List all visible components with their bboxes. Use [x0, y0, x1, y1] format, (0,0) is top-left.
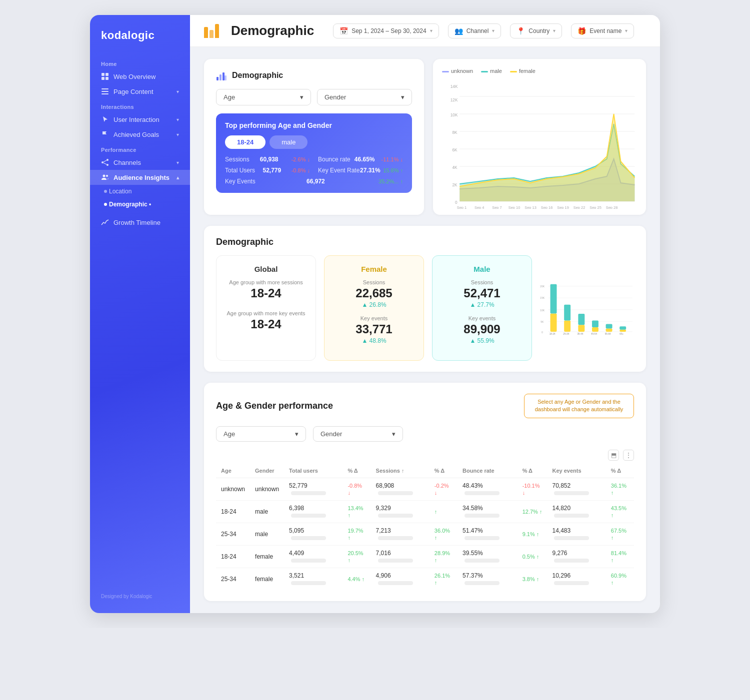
cell-key-events: 70,852: [547, 478, 606, 500]
stat-delta: 35.2%... ↑: [378, 178, 403, 184]
svg-rect-4: [102, 88, 108, 89]
svg-rect-12: [216, 77, 218, 80]
sidebar-item-page-content[interactable]: Page Content ▾: [90, 84, 190, 99]
stat-value: 60,938: [260, 156, 278, 163]
table-row: 25-34 female 3,521 4.4% ↑ 4,906 26.1% ↑ …: [216, 568, 634, 590]
top-performing-pills: 18-24 male: [225, 135, 403, 149]
page-body: Demographic Age ▾ Gender ▾ Top perfo: [190, 47, 660, 613]
sidebar-section-home: Home: [90, 56, 190, 69]
chevron-down-icon: ▾: [295, 430, 298, 438]
sidebar-sub-item-location[interactable]: Location: [90, 185, 190, 198]
cell-key-events: 14,820: [547, 500, 606, 523]
export-icon[interactable]: ⬒: [608, 450, 619, 461]
svg-rect-5: [102, 91, 108, 92]
table-gender-filter[interactable]: Gender ▾: [313, 426, 403, 442]
cell-gender: male: [250, 500, 284, 523]
country-filter-label: Country: [528, 27, 550, 34]
date-filter[interactable]: 📅 Sep 1, 2024 – Sep 30, 2024 ▾: [333, 23, 438, 38]
svg-rect-66: [620, 330, 626, 332]
stat-key-events: Key Events 66,972 35.2%... ↑: [225, 178, 403, 185]
svg-text:10K: 10K: [450, 112, 458, 117]
svg-text:2K: 2K: [452, 182, 457, 187]
svg-text:Sep 22: Sep 22: [574, 205, 586, 209]
female-title: Female: [334, 265, 414, 273]
cell-sessions: 68,908: [371, 478, 430, 500]
cell-ke-delta: 43.5% ↑: [606, 500, 634, 523]
users-icon: [101, 173, 109, 181]
sidebar-item-web-overview[interactable]: Web Overview: [90, 69, 190, 84]
table-section-header: Age & Gender performance Select any Age …: [216, 394, 634, 418]
svg-rect-2: [102, 77, 104, 80]
sidebar-sub-item-label: Demographic •: [109, 201, 151, 208]
demographic-section: Demographic Global Age group with more s…: [204, 226, 646, 372]
channel-filter-label: Channel: [466, 27, 489, 34]
cell-total-users: 6,398: [284, 500, 342, 523]
svg-rect-58: [578, 314, 584, 325]
cell-bounce: 39.55%: [458, 545, 518, 568]
chevron-icon: ▾: [625, 28, 628, 33]
sidebar-item-label: User Interaction: [114, 116, 160, 123]
cell-total-users: 3,521: [284, 568, 342, 590]
stat-value: 52,779: [263, 167, 282, 174]
cell-age: 18-24: [216, 545, 250, 568]
line-chart-card: unknown male female 0 2K 4K 6K 8K 10K 12…: [433, 59, 646, 215]
stat-label: Key Event Rate: [318, 167, 360, 174]
table-age-filter[interactable]: Age ▾: [216, 426, 306, 442]
cell-gender: unknown: [250, 478, 284, 500]
sidebar-sub-item-demographic[interactable]: Demographic •: [90, 198, 190, 211]
date-filter-label: Sep 1, 2024 – Sep 30, 2024: [352, 27, 426, 34]
age-filter-select[interactable]: Age ▾: [216, 89, 311, 105]
header: Demographic 📅 Sep 1, 2024 – Sep 30, 2024…: [190, 15, 660, 47]
male-title: Male: [442, 265, 522, 273]
sidebar-item-label: Page Content: [114, 88, 154, 95]
cell-key-events: 9,276: [547, 545, 606, 568]
sidebar-item-user-interaction[interactable]: User Interaction ▾: [90, 112, 190, 127]
cell-ke-delta: 81.4% ↑: [606, 545, 634, 568]
cell-total-users: 4,409: [284, 545, 342, 568]
sidebar-item-label: Audience Insights: [114, 174, 170, 181]
chart-icon: [101, 218, 109, 226]
channel-filter[interactable]: 👥 Channel ▾: [448, 23, 502, 38]
cell-age: 25-34: [216, 568, 250, 590]
age-gender-section: Age & Gender performance Select any Age …: [204, 383, 646, 601]
sidebar-item-channels[interactable]: Channels ▾: [90, 155, 190, 170]
demo-stat-card-global: Global Age group with more sessions 18-2…: [216, 255, 316, 361]
svg-text:0: 0: [455, 200, 458, 205]
sidebar-item-audience-insights[interactable]: Audience Insights ▴: [90, 170, 190, 185]
cell-bounce: 51.47%: [458, 523, 518, 545]
bar2-icon: [210, 30, 214, 38]
sidebar-item-growth-timeline[interactable]: Growth Timeline: [90, 215, 190, 230]
cell-bounce: 34.58%: [458, 500, 518, 523]
sidebar-logo: kodalogic: [90, 29, 190, 56]
svg-text:25-34: 25-34: [563, 333, 569, 335]
stat-label: Total Users: [225, 167, 255, 174]
svg-rect-61: [592, 321, 598, 328]
table-filters: Age ▾ Gender ▾: [216, 426, 634, 442]
male-sessions-delta: ▲ 27.7%: [442, 301, 522, 308]
svg-text:Sep 1: Sep 1: [457, 205, 466, 209]
pill-age[interactable]: 18-24: [225, 135, 266, 149]
country-filter[interactable]: 📍 Country ▾: [510, 23, 562, 38]
cell-bounce-delta: 0.5% ↑: [518, 545, 548, 568]
flag-icon: [101, 130, 109, 138]
event-filter-label: Event name: [590, 27, 622, 34]
col-bounce-delta: % Δ: [518, 464, 548, 478]
bar1-icon: [204, 27, 208, 38]
cell-bounce: 57.37%: [458, 568, 518, 590]
svg-text:65+: 65+: [620, 333, 624, 335]
sidebar-item-achieved-goals[interactable]: Achieved Goals ▾: [90, 127, 190, 142]
svg-rect-63: [606, 328, 612, 331]
chevron-icon: ▾: [176, 117, 179, 122]
col-gender: Gender: [250, 464, 284, 478]
cell-tu-delta: -0.8% ↓: [342, 478, 370, 500]
page-title: Demographic: [231, 23, 314, 38]
pill-gender[interactable]: male: [270, 135, 308, 149]
more-icon[interactable]: ⋮: [623, 450, 634, 461]
gender-filter-select[interactable]: Gender ▾: [317, 89, 412, 105]
stat-value: 46.65%: [354, 156, 375, 163]
svg-text:Sep 7: Sep 7: [492, 205, 502, 209]
global-val1: 18-24: [226, 286, 306, 300]
demo-stats-row: Global Age group with more sessions 18-2…: [216, 255, 634, 361]
event-filter[interactable]: 🎁 Event name ▾: [571, 23, 634, 38]
col-key-events: Key events: [547, 464, 606, 478]
